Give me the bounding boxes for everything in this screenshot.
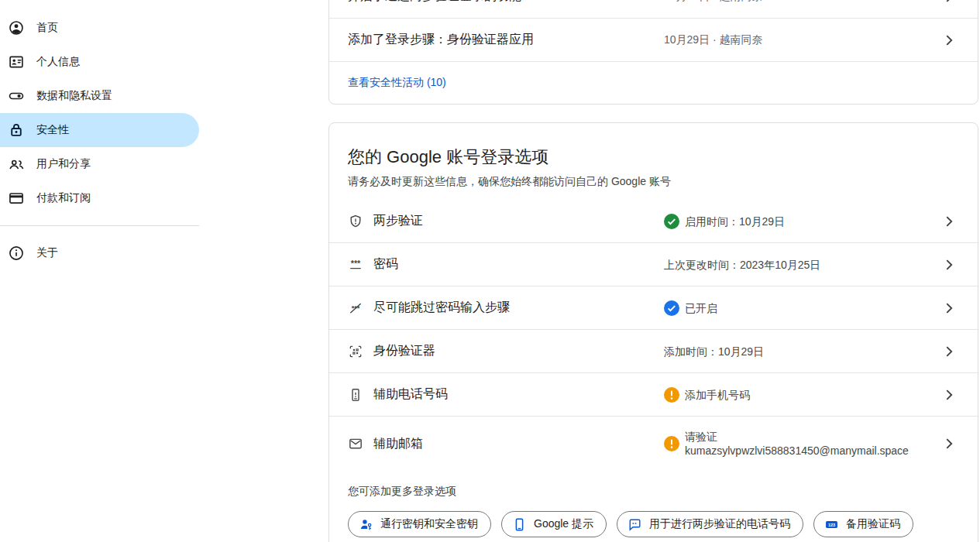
activity-title: 开启了通过两步验证登录的功能 (348, 0, 521, 5)
sidebar-item-payments[interactable]: 付款和订阅 (0, 181, 199, 215)
qr-scan-icon (348, 344, 363, 359)
activity-link-row: 查看安全性活动 (10) (329, 62, 978, 104)
security-activity-card: 开启了通过两步验证登录的功能 10月29日 · 越南同奈 添加了登录步骤：身份验… (328, 0, 978, 105)
row-two-step-verification[interactable]: 两步验证 启用时间：10月29日 (329, 200, 978, 243)
passkey-icon (359, 517, 373, 532)
add-backup-codes-button[interactable]: 123 备用验证码 (813, 511, 913, 537)
activity-row-clipped[interactable]: 开启了通过两步验证登录的功能 10月29日 · 越南同奈 (329, 0, 978, 19)
button-label: 用于进行两步验证的电话号码 (649, 517, 790, 531)
row-status: 请验证kumazsylvpwzlvi588831450@manymail.spa… (664, 430, 909, 458)
sidebar-item-label: 关于 (36, 246, 58, 260)
activity-meta: 10月29日 · 越南同奈 (664, 0, 763, 4)
button-label: 备用验证码 (846, 517, 900, 531)
row-status: 已开启 (664, 300, 717, 316)
backup-codes-123-icon: 123 (824, 517, 839, 532)
row-label: 密码 (373, 256, 398, 273)
toggle-switch-icon (8, 87, 25, 105)
verify-prompt: 请验证 (685, 431, 717, 443)
row-status-text: 上次更改时间：2023年10月25日 (664, 258, 820, 272)
button-label: 通行密钥和安全密钥 (380, 517, 478, 531)
add-2sv-phone-button[interactable]: 用于进行两步验证的电话号码 (617, 511, 803, 537)
row-label: 身份验证器 (373, 343, 435, 359)
view-security-activity-link[interactable]: 查看安全性活动 (10) (348, 76, 446, 90)
svg-text:123: 123 (828, 522, 835, 527)
sidebar-item-about[interactable]: 关于 (0, 236, 199, 270)
account-sidebar: 首页 个人信息 数据和隐私设置 安全性 用户和分享 付款和订阅 (0, 11, 328, 270)
sidebar-item-label: 数据和隐私设置 (36, 89, 112, 103)
row-status-text: 请验证kumazsylvpwzlvi588831450@manymail.spa… (685, 430, 909, 458)
sidebar-item-label: 付款和订阅 (36, 191, 91, 205)
people-icon (8, 156, 25, 173)
row-label: 尽可能跳过密码输入步骤 (373, 300, 510, 316)
sidebar-divider (0, 225, 199, 226)
row-status-text: 添加时间：10月29日 (664, 345, 764, 358)
card-subtitle: 请务必及时更新这些信息，确保您始终都能访问自己的 Google 账号 (348, 173, 959, 189)
signin-options-card: 您的 Google 账号登录选项 请务必及时更新这些信息，确保您始终都能访问自己… (328, 122, 978, 542)
sms-bubble-icon (628, 517, 642, 532)
row-skip-password[interactable]: *** 尽可能跳过密码输入步骤 已开启 (329, 286, 978, 330)
chevron-right-icon[interactable] (940, 300, 958, 317)
phone-alert-icon (348, 387, 363, 403)
activity-title: 添加了登录步骤：身份验证器应用 (348, 32, 534, 48)
warning-circle-icon (664, 387, 679, 403)
info-icon (8, 245, 25, 262)
shield-icon (348, 214, 363, 229)
sidebar-item-people-sharing[interactable]: 用户和分享 (0, 147, 199, 181)
card-title: 您的 Google 账号登录选项 (348, 146, 959, 168)
check-circle-green-icon (664, 214, 679, 229)
button-label: Google 提示 (534, 517, 593, 531)
row-status: 添加手机号码 (664, 387, 750, 403)
sidebar-item-label: 用户和分享 (36, 157, 91, 171)
row-status: 添加时间：10月29日 (664, 345, 764, 358)
add-google-prompt-button[interactable]: Google 提示 (501, 511, 607, 537)
credit-card-icon (8, 190, 25, 207)
row-label: 两步验证 (373, 213, 423, 229)
more-options-label: 您可添加更多登录选项 (348, 485, 959, 499)
row-status: 启用时间：10月29日 (664, 214, 785, 229)
sidebar-item-data-privacy[interactable]: 数据和隐私设置 (0, 79, 199, 113)
chevron-right-icon[interactable] (940, 343, 958, 360)
row-label: 辅助邮箱 (373, 436, 423, 452)
row-recovery-email[interactable]: 辅助邮箱 请验证kumazsylvpwzlvi588831450@manymai… (329, 417, 978, 471)
svg-text:***: *** (351, 259, 361, 268)
sidebar-item-home[interactable]: 首页 (0, 11, 199, 45)
sidebar-item-security[interactable]: 安全性 (0, 113, 199, 147)
row-status-text: 启用时间：10月29日 (685, 214, 785, 228)
home-account-icon (8, 19, 25, 36)
password-asterisks-icon: *** (348, 257, 363, 273)
row-password[interactable]: *** 密码 上次更改时间：2023年10月25日 (329, 243, 978, 286)
chevron-right-icon[interactable] (940, 256, 958, 273)
smartphone-icon (512, 517, 527, 532)
recovery-email-address: kumazsylvpwzlvi588831450@manymail.space (685, 444, 909, 458)
chevron-right-icon[interactable] (940, 386, 958, 403)
chevron-right-icon[interactable] (940, 435, 958, 452)
row-authenticator[interactable]: 身份验证器 添加时间：10月29日 (329, 330, 978, 373)
activity-row-authenticator-added[interactable]: 添加了登录步骤：身份验证器应用 10月29日 · 越南同奈 (329, 19, 978, 62)
chevron-right-icon[interactable] (940, 213, 958, 230)
chevron-right-icon[interactable] (940, 32, 958, 49)
add-signin-option-buttons: 通行密钥和安全密钥 Google 提示 用于进行两步验证的电话号码 123 备用… (348, 511, 959, 537)
sidebar-item-personal-info[interactable]: 个人信息 (0, 45, 199, 79)
add-passkey-button[interactable]: 通行密钥和安全密钥 (348, 511, 491, 537)
sidebar-item-label: 首页 (36, 21, 58, 35)
sidebar-item-label: 个人信息 (36, 55, 80, 69)
row-recovery-phone[interactable]: 辅助电话号码 添加手机号码 (329, 373, 978, 417)
chevron-right-icon[interactable] (940, 0, 958, 5)
row-label: 辅助电话号码 (373, 386, 448, 403)
row-status-text: 添加手机号码 (685, 388, 750, 402)
row-status-text: 已开启 (685, 301, 717, 315)
envelope-icon (348, 436, 363, 451)
row-status: 上次更改时间：2023年10月25日 (664, 258, 820, 272)
contact-card-icon (8, 53, 25, 70)
skip-password-icon: *** (348, 300, 363, 316)
activity-meta: 10月29日 · 越南同奈 (664, 33, 763, 47)
sidebar-item-label: 安全性 (36, 123, 69, 137)
check-circle-blue-icon (664, 300, 679, 316)
warning-circle-icon (664, 436, 679, 451)
lock-icon (8, 122, 25, 139)
